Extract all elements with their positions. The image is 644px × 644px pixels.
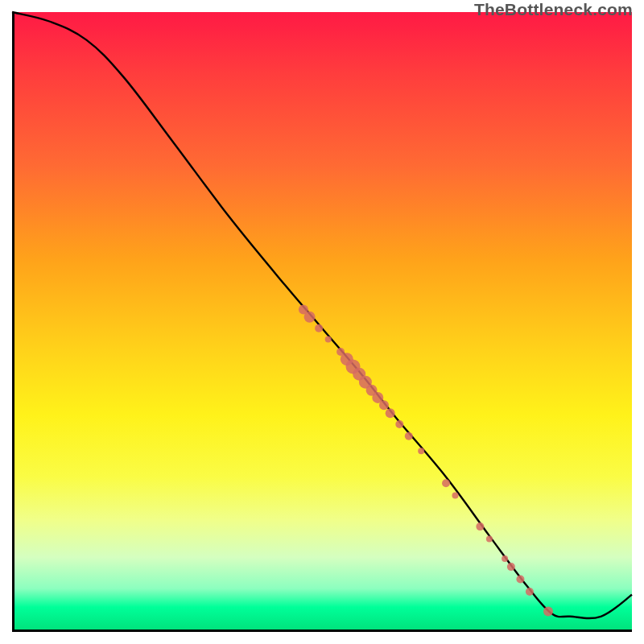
chart-container: TheBottleneck.com bbox=[0, 0, 644, 644]
plot-background bbox=[12, 12, 632, 632]
data-marker bbox=[442, 479, 450, 487]
data-marker bbox=[476, 522, 484, 530]
data-marker bbox=[395, 420, 403, 428]
data-marker bbox=[526, 588, 534, 596]
data-marker bbox=[418, 448, 424, 454]
data-marker bbox=[405, 432, 413, 440]
data-marker bbox=[379, 400, 389, 410]
chart-svg bbox=[12, 12, 632, 632]
watermark-text: TheBottleneck.com bbox=[474, 0, 633, 19]
data-marker bbox=[543, 607, 553, 617]
data-marker bbox=[386, 408, 395, 418]
data-marker bbox=[452, 493, 459, 499]
bottleneck-curve bbox=[12, 12, 632, 618]
data-marker bbox=[304, 312, 316, 323]
data-marker bbox=[315, 324, 323, 332]
y-axis bbox=[12, 12, 14, 632]
data-marker bbox=[502, 555, 508, 562]
data-marker bbox=[325, 336, 332, 343]
data-marker bbox=[507, 563, 515, 571]
x-axis bbox=[12, 630, 632, 632]
data-marker bbox=[516, 576, 524, 584]
data-marker bbox=[486, 536, 493, 543]
